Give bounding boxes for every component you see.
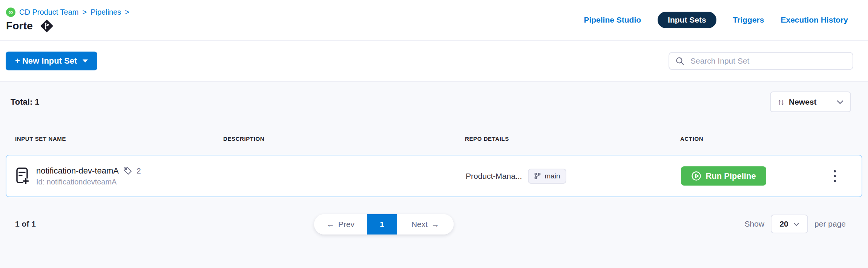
new-input-set-label: + New Input Set [15, 56, 77, 66]
tab-pipeline-studio[interactable]: Pipeline Studio [584, 15, 641, 24]
breadcrumb-link-pipelines[interactable]: Pipelines [90, 8, 121, 17]
git-branch-icon [534, 172, 541, 180]
next-label: Next [411, 220, 428, 229]
current-page-button[interactable]: 1 [367, 214, 397, 234]
page-size-control: Show 20 per page [745, 215, 846, 233]
column-header-repo-details: REPO DETAILS [465, 136, 680, 142]
repo-name: Product-Mana... [466, 172, 522, 181]
input-set-name: notification-dev-teamA [36, 166, 119, 176]
tab-triggers[interactable]: Triggers [733, 15, 764, 24]
branch-name: main [544, 172, 560, 180]
input-sets-toolbar: + New Input Set [0, 41, 868, 82]
total-count-label: Total: 1 [11, 97, 40, 107]
tags-icon [123, 166, 132, 175]
prev-label: Prev [338, 220, 354, 229]
breadcrumb-link-project[interactable]: CD Product Team [19, 8, 78, 17]
page-header: ∞ CD Product Team > Pipelines > Forte Pi… [0, 0, 868, 41]
branch-badge: main [528, 169, 566, 184]
tab-input-sets[interactable]: Input Sets [658, 12, 716, 28]
page-title: Forte [6, 20, 33, 32]
tag-count: 2 [136, 166, 141, 175]
page-range-label: 1 of 1 [15, 219, 36, 228]
page-size-value: 20 [779, 219, 788, 228]
search-icon [675, 56, 685, 66]
sort-dropdown[interactable]: ↑↓ Newest [770, 91, 851, 112]
input-set-id: Id: notificationdevteamA [36, 178, 141, 186]
pipeline-tabs: Pipeline Studio Input Sets Triggers Exec… [584, 12, 848, 28]
column-header-description: DESCRIPTION [223, 136, 465, 142]
search-box [669, 52, 853, 70]
breadcrumb: ∞ CD Product Team > Pipelines > [6, 8, 129, 17]
tab-execution-history[interactable]: Execution History [781, 15, 848, 24]
repo-details-cell: Product-Mana... main [466, 169, 681, 184]
prev-page-button[interactable]: ← Prev [314, 214, 367, 234]
cd-module-icon: ∞ [6, 8, 15, 17]
table-header-row: INPUT SET NAME DESCRIPTION REPO DETAILS … [0, 136, 868, 142]
caret-down-icon [83, 59, 88, 62]
input-sets-content: Total: 1 ↑↓ Newest INPUT SET NAME DESCRI… [0, 82, 868, 268]
git-diamond-icon [40, 20, 53, 32]
page-size-dropdown[interactable]: 20 [771, 215, 808, 233]
chevron-down-icon [793, 222, 799, 226]
play-circle-icon [691, 171, 701, 181]
show-label: Show [745, 219, 765, 228]
sort-selected-value: Newest [789, 97, 831, 107]
input-set-row[interactable]: notification-dev-teamA 2 Id: notificatio… [6, 155, 862, 197]
pagination-row: 1 of 1 ← Prev 1 Next → Show 20 p [0, 213, 868, 234]
chevron-down-icon [837, 100, 843, 104]
column-header-input-set-name: INPUT SET NAME [15, 136, 223, 142]
summary-row: Total: 1 ↑↓ Newest [0, 82, 868, 112]
pager: ← Prev 1 Next → [314, 214, 454, 234]
right-arrow-icon: → [431, 220, 439, 229]
sort-icon: ↑↓ [778, 97, 784, 107]
breadcrumb-separator: > [82, 8, 87, 17]
search-input[interactable] [690, 56, 847, 66]
run-pipeline-label: Run Pipeline [705, 171, 756, 181]
next-page-button[interactable]: Next → [397, 214, 454, 234]
row-menu-kebab-icon[interactable] [831, 167, 839, 185]
column-header-action: ACTION [680, 136, 840, 142]
per-page-label: per page [814, 219, 846, 228]
action-cell: Run Pipeline [681, 166, 839, 186]
breadcrumb-separator: > [125, 8, 129, 17]
new-input-set-button[interactable]: + New Input Set [6, 52, 97, 70]
header-title-block: ∞ CD Product Team > Pipelines > Forte [6, 8, 129, 32]
input-set-icon [16, 167, 29, 185]
left-arrow-icon: ← [327, 220, 334, 229]
run-pipeline-button[interactable]: Run Pipeline [681, 166, 766, 186]
